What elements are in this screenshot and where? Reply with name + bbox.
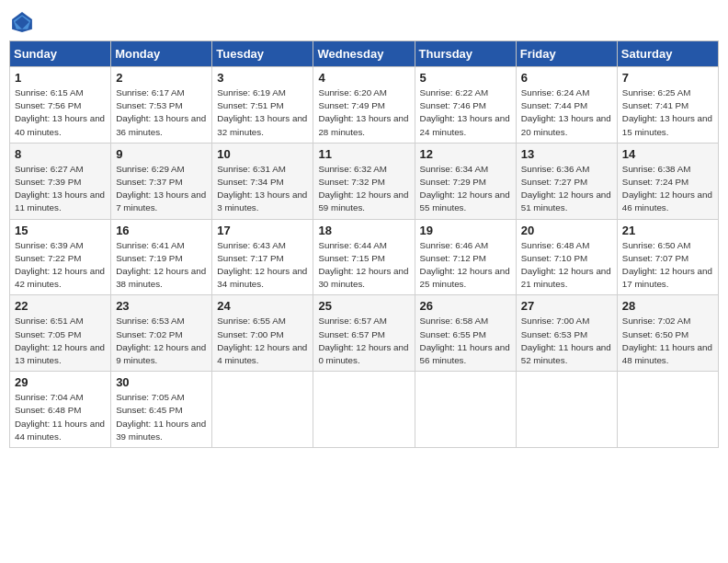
calendar-day-cell: 17Sunrise: 6:43 AMSunset: 7:17 PMDayligh…: [212, 219, 313, 295]
day-info: Sunrise: 6:53 AMSunset: 7:02 PMDaylight:…: [116, 315, 207, 367]
calendar-day-cell: 26Sunrise: 6:58 AMSunset: 6:55 PMDayligh…: [415, 295, 516, 372]
day-info: Sunrise: 6:55 AMSunset: 7:00 PMDaylight:…: [217, 315, 308, 367]
calendar-header-thursday: Thursday: [415, 41, 516, 67]
calendar-day-cell: 3Sunrise: 6:19 AMSunset: 7:51 PMDaylight…: [212, 67, 313, 144]
calendar-header-friday: Friday: [516, 41, 617, 67]
calendar-header-row: SundayMondayTuesdayWednesdayThursdayFrid…: [10, 41, 719, 67]
calendar-day-cell: 24Sunrise: 6:55 AMSunset: 7:00 PMDayligh…: [212, 295, 313, 372]
calendar-day-cell: 12Sunrise: 6:34 AMSunset: 7:29 PMDayligh…: [415, 143, 516, 219]
calendar-header-saturday: Saturday: [617, 41, 718, 67]
day-info: Sunrise: 6:17 AMSunset: 7:53 PMDaylight:…: [116, 86, 207, 139]
day-info: Sunrise: 6:34 AMSunset: 7:29 PMDaylight:…: [420, 163, 511, 215]
calendar-day-cell: 18Sunrise: 6:44 AMSunset: 7:15 PMDayligh…: [313, 219, 415, 295]
day-number: 16: [116, 224, 207, 237]
day-info: Sunrise: 6:29 AMSunset: 7:37 PMDaylight:…: [116, 163, 207, 215]
day-info: Sunrise: 6:38 AMSunset: 7:24 PMDaylight:…: [622, 163, 713, 215]
day-info: Sunrise: 6:43 AMSunset: 7:17 PMDaylight:…: [217, 239, 308, 292]
day-info: Sunrise: 6:22 AMSunset: 7:46 PMDaylight:…: [420, 86, 511, 139]
day-info: Sunrise: 6:27 AMSunset: 7:39 PMDaylight:…: [15, 163, 106, 215]
calendar-week-row: 22Sunrise: 6:51 AMSunset: 7:05 PMDayligh…: [10, 295, 719, 372]
day-number: 13: [521, 147, 612, 161]
calendar-day-cell: 2Sunrise: 6:17 AMSunset: 7:53 PMDaylight…: [111, 67, 212, 144]
day-info: Sunrise: 6:15 AMSunset: 7:56 PMDaylight:…: [15, 86, 106, 139]
day-info: Sunrise: 6:58 AMSunset: 6:55 PMDaylight:…: [420, 315, 511, 367]
day-number: 1: [15, 71, 106, 85]
calendar-day-cell: 7Sunrise: 6:25 AMSunset: 7:41 PMDaylight…: [617, 67, 718, 144]
calendar-header-wednesday: Wednesday: [313, 41, 415, 67]
day-info: Sunrise: 6:50 AMSunset: 7:07 PMDaylight:…: [622, 239, 713, 292]
day-info: Sunrise: 6:48 AMSunset: 7:10 PMDaylight:…: [521, 239, 612, 292]
day-info: Sunrise: 6:32 AMSunset: 7:32 PMDaylight:…: [318, 163, 409, 215]
day-number: 21: [622, 224, 713, 237]
day-number: 17: [217, 224, 308, 237]
day-info: Sunrise: 7:00 AMSunset: 6:53 PMDaylight:…: [521, 315, 612, 367]
calendar-day-cell: 27Sunrise: 7:00 AMSunset: 6:53 PMDayligh…: [516, 295, 617, 372]
calendar-table: SundayMondayTuesdayWednesdayThursdayFrid…: [9, 40, 719, 448]
calendar-day-cell: 5Sunrise: 6:22 AMSunset: 7:46 PMDaylight…: [415, 67, 516, 144]
day-number: 26: [420, 299, 511, 313]
day-number: 8: [15, 147, 106, 161]
calendar-day-cell: [313, 372, 415, 448]
calendar-header-tuesday: Tuesday: [212, 41, 313, 67]
day-number: 24: [217, 299, 308, 313]
calendar-day-cell: 1Sunrise: 6:15 AMSunset: 7:56 PMDaylight…: [10, 67, 111, 144]
calendar-day-cell: 15Sunrise: 6:39 AMSunset: 7:22 PMDayligh…: [10, 219, 111, 295]
day-info: Sunrise: 6:51 AMSunset: 7:05 PMDaylight:…: [15, 315, 106, 367]
calendar-day-cell: 10Sunrise: 6:31 AMSunset: 7:34 PMDayligh…: [212, 143, 313, 219]
day-info: Sunrise: 7:04 AMSunset: 6:48 PMDaylight:…: [15, 391, 106, 443]
day-number: 6: [521, 71, 612, 85]
day-info: Sunrise: 6:39 AMSunset: 7:22 PMDaylight:…: [15, 239, 106, 292]
day-number: 27: [521, 299, 612, 313]
calendar-day-cell: 14Sunrise: 6:38 AMSunset: 7:24 PMDayligh…: [617, 143, 718, 219]
day-number: 23: [116, 299, 207, 313]
day-info: Sunrise: 7:02 AMSunset: 6:50 PMDaylight:…: [622, 315, 713, 367]
day-number: 11: [318, 147, 409, 161]
day-number: 3: [217, 71, 308, 85]
calendar-day-cell: 9Sunrise: 6:29 AMSunset: 7:37 PMDaylight…: [111, 143, 212, 219]
calendar-day-cell: 21Sunrise: 6:50 AMSunset: 7:07 PMDayligh…: [617, 219, 718, 295]
calendar-day-cell: [415, 372, 516, 448]
calendar-header-sunday: Sunday: [10, 41, 111, 67]
day-number: 2: [116, 71, 207, 85]
calendar-day-cell: [617, 372, 718, 448]
page-header: [9, 9, 719, 35]
calendar-week-row: 8Sunrise: 6:27 AMSunset: 7:39 PMDaylight…: [10, 143, 719, 219]
day-number: 14: [622, 147, 713, 161]
day-number: 19: [420, 224, 511, 237]
day-info: Sunrise: 6:24 AMSunset: 7:44 PMDaylight:…: [521, 86, 612, 139]
calendar-day-cell: 19Sunrise: 6:46 AMSunset: 7:12 PMDayligh…: [415, 219, 516, 295]
logo: [9, 9, 37, 35]
day-number: 7: [622, 71, 713, 85]
day-info: Sunrise: 6:36 AMSunset: 7:27 PMDaylight:…: [521, 163, 612, 215]
day-number: 12: [420, 147, 511, 161]
calendar-day-cell: 13Sunrise: 6:36 AMSunset: 7:27 PMDayligh…: [516, 143, 617, 219]
calendar-day-cell: 29Sunrise: 7:04 AMSunset: 6:48 PMDayligh…: [10, 372, 111, 448]
calendar-week-row: 29Sunrise: 7:04 AMSunset: 6:48 PMDayligh…: [10, 372, 719, 448]
day-info: Sunrise: 6:25 AMSunset: 7:41 PMDaylight:…: [622, 86, 713, 139]
logo-icon: [9, 9, 35, 35]
day-info: Sunrise: 6:19 AMSunset: 7:51 PMDaylight:…: [217, 86, 308, 139]
calendar-day-cell: 4Sunrise: 6:20 AMSunset: 7:49 PMDaylight…: [313, 67, 415, 144]
calendar-day-cell: [212, 372, 313, 448]
calendar-day-cell: 6Sunrise: 6:24 AMSunset: 7:44 PMDaylight…: [516, 67, 617, 144]
day-number: 18: [318, 224, 409, 237]
calendar-day-cell: 30Sunrise: 7:05 AMSunset: 6:45 PMDayligh…: [111, 372, 212, 448]
calendar-day-cell: 28Sunrise: 7:02 AMSunset: 6:50 PMDayligh…: [617, 295, 718, 372]
day-number: 20: [521, 224, 612, 237]
day-number: 22: [15, 299, 106, 313]
day-info: Sunrise: 7:05 AMSunset: 6:45 PMDaylight:…: [116, 391, 207, 443]
day-info: Sunrise: 6:46 AMSunset: 7:12 PMDaylight:…: [420, 239, 511, 292]
day-number: 25: [318, 299, 409, 313]
calendar-day-cell: 22Sunrise: 6:51 AMSunset: 7:05 PMDayligh…: [10, 295, 111, 372]
day-info: Sunrise: 6:57 AMSunset: 6:57 PMDaylight:…: [318, 315, 409, 367]
calendar-day-cell: 11Sunrise: 6:32 AMSunset: 7:32 PMDayligh…: [313, 143, 415, 219]
day-number: 29: [15, 375, 106, 389]
day-number: 15: [15, 224, 106, 237]
day-info: Sunrise: 6:44 AMSunset: 7:15 PMDaylight:…: [318, 239, 409, 292]
day-number: 5: [420, 71, 511, 85]
day-info: Sunrise: 6:31 AMSunset: 7:34 PMDaylight:…: [217, 163, 308, 215]
calendar-day-cell: 16Sunrise: 6:41 AMSunset: 7:19 PMDayligh…: [111, 219, 212, 295]
day-info: Sunrise: 6:41 AMSunset: 7:19 PMDaylight:…: [116, 239, 207, 292]
calendar-day-cell: 25Sunrise: 6:57 AMSunset: 6:57 PMDayligh…: [313, 295, 415, 372]
calendar-week-row: 15Sunrise: 6:39 AMSunset: 7:22 PMDayligh…: [10, 219, 719, 295]
